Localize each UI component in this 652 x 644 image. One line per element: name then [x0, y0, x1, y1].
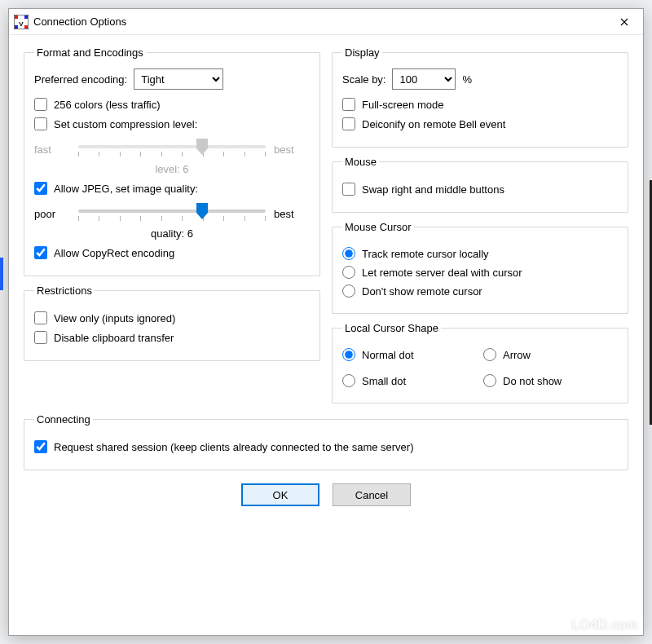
custom-compression-checkbox[interactable] [34, 117, 47, 130]
shared-session-checkbox[interactable] [34, 440, 47, 453]
compression-slider-caption: level: 6 [34, 163, 310, 175]
button-bar: OK Cancel [24, 483, 628, 506]
ok-button[interactable]: OK [241, 483, 319, 506]
local-normal-label: Normal dot [362, 349, 414, 361]
group-restrictions: Restrictions View only (inputs ignored) … [24, 285, 320, 361]
compression-slider-left: fast [34, 143, 70, 156]
fullscreen-label: Full-screen mode [362, 99, 443, 111]
group-legend: Mouse [342, 156, 379, 168]
close-button[interactable] [606, 9, 643, 35]
cursor-remote-label: Let remote server deal with cursor [362, 267, 522, 279]
local-normal-radio[interactable] [342, 348, 355, 361]
scale-suffix: % [462, 73, 472, 86]
compression-slider-right: best [274, 143, 310, 156]
allow-jpeg-label: Allow JPEG, set image quality: [54, 183, 198, 195]
cursor-remote-radio[interactable] [342, 266, 355, 279]
group-legend: Mouse Cursor [342, 221, 414, 233]
quality-slider-wrap: poor best quality: 6 [34, 201, 310, 240]
view-only-checkbox[interactable] [34, 311, 47, 324]
disable-clipboard-checkbox[interactable] [34, 331, 47, 344]
group-mouse: Mouse Swap right and middle buttons [332, 156, 628, 213]
dialog-window: V Connection Options Format and Encoding… [8, 8, 644, 636]
local-arrow-radio[interactable] [483, 348, 496, 361]
group-format-encodings: Format and Encodings Preferred encoding:… [24, 46, 320, 276]
shared-session-label: Request shared session (keep clients alr… [54, 441, 414, 453]
local-small-label: Small dot [362, 375, 406, 387]
quality-slider-caption: quality: 6 [34, 227, 310, 240]
custom-compression-label: Set custom compression level: [54, 118, 197, 130]
allow-copyrect-label: Allow CopyRect encoding [54, 247, 174, 259]
allow-copyrect-checkbox[interactable] [34, 246, 47, 259]
group-mouse-cursor: Mouse Cursor Track remote cursor locally… [332, 221, 628, 314]
svg-text:V: V [19, 20, 24, 28]
cursor-hide-label: Don't show remote cursor [362, 285, 482, 298]
swap-buttons-label: Swap right and middle buttons [362, 183, 504, 196]
cursor-hide-radio[interactable] [342, 285, 355, 298]
colors-256-checkbox[interactable] [34, 98, 47, 111]
scale-by-label: Scale by: [342, 73, 385, 86]
cursor-track-radio[interactable] [342, 247, 355, 260]
deiconify-checkbox[interactable] [342, 117, 355, 130]
cursor-track-label: Track remote cursor locally [362, 248, 489, 260]
disable-clipboard-label: Disable clipboard transfer [54, 332, 174, 344]
view-only-label: View only (inputs ignored) [54, 312, 175, 324]
compression-slider-wrap: fast best level: 6 [34, 137, 310, 175]
allow-jpeg-checkbox[interactable] [34, 182, 47, 195]
quality-slider-right: best [274, 208, 310, 220]
close-icon [620, 18, 628, 26]
scale-by-select[interactable]: 100 [392, 68, 456, 90]
local-arrow-label: Arrow [503, 349, 531, 361]
svg-rect-1 [15, 15, 18, 19]
quality-slider[interactable] [78, 201, 266, 226]
group-legend: Restrictions [34, 285, 95, 297]
local-hide-label: Do not show [503, 375, 562, 387]
dialog-body: Format and Encodings Preferred encoding:… [9, 35, 643, 635]
group-legend: Display [342, 46, 382, 59]
svg-rect-3 [15, 25, 18, 29]
group-legend: Format and Encodings [34, 46, 146, 59]
preferred-encoding-label: Preferred encoding: [34, 73, 127, 86]
cancel-button[interactable]: Cancel [333, 483, 411, 506]
svg-rect-4 [24, 25, 28, 29]
group-legend: Connecting [34, 413, 93, 426]
titlebar: V Connection Options [9, 9, 643, 35]
group-local-cursor: Local Cursor Shape Normal dot Arrow S [332, 322, 628, 404]
deiconify-label: Deiconify on remote Bell event [362, 118, 505, 130]
app-icon: V [14, 15, 29, 29]
group-legend: Local Cursor Shape [342, 322, 441, 334]
preferred-encoding-select[interactable]: Tight [134, 68, 223, 90]
swap-buttons-checkbox[interactable] [342, 183, 355, 196]
svg-rect-2 [24, 15, 28, 19]
group-connecting: Connecting Request shared session (keep … [24, 413, 628, 470]
colors-256-label: 256 colors (less traffic) [54, 99, 161, 111]
fullscreen-checkbox[interactable] [342, 98, 355, 111]
group-display: Display Scale by: 100 % Full-screen mode [332, 46, 628, 148]
quality-slider-left: poor [34, 208, 70, 220]
window-title: Connection Options [33, 15, 606, 28]
local-hide-radio[interactable] [483, 374, 496, 387]
local-small-radio[interactable] [342, 374, 355, 387]
compression-slider [78, 137, 266, 161]
